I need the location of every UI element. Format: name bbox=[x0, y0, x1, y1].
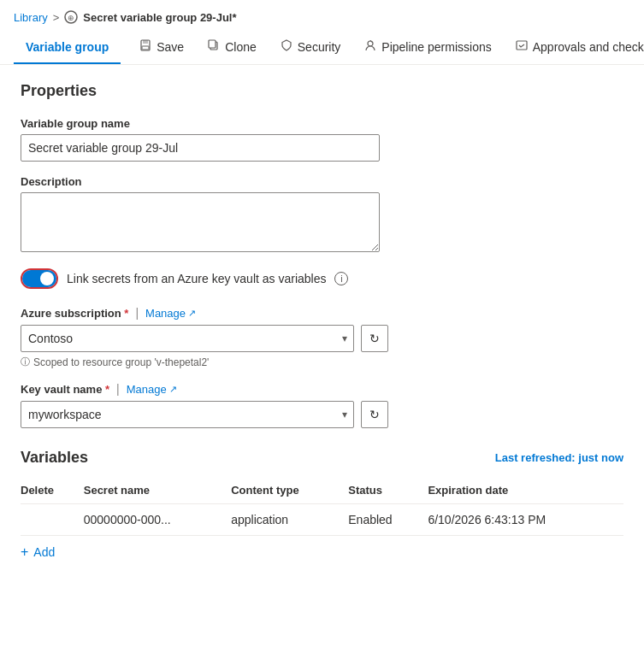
table-row: 00000000-000... application Enabled 6/10… bbox=[21, 504, 623, 536]
description-input[interactable] bbox=[21, 192, 380, 252]
key-vault-external-link-icon: ↗ bbox=[169, 384, 177, 395]
variables-title: Variables bbox=[21, 449, 88, 467]
svg-rect-3 bbox=[143, 40, 148, 44]
key-vault-label-row: Key vault name * | Manage ↗ bbox=[21, 382, 623, 396]
scoped-label: Scoped to resource group 'v-thepetal2' bbox=[33, 356, 209, 368]
tab-security[interactable]: Security bbox=[269, 31, 353, 64]
svg-text:⊕: ⊕ bbox=[68, 14, 74, 22]
key-vault-dropdown-wrapper: myworkspace ▾ bbox=[21, 401, 354, 428]
info-circle-icon: ⓘ bbox=[21, 356, 30, 368]
breadcrumb: Library > ⊕ Secret variable group 29-Jul… bbox=[0, 0, 644, 31]
tab-save-label: Save bbox=[157, 40, 184, 54]
col-content-type: Content type bbox=[231, 477, 348, 504]
tab-pipeline-permissions[interactable]: Pipeline permissions bbox=[352, 31, 503, 64]
col-delete: Delete bbox=[21, 477, 84, 504]
key-vault-manage-link[interactable]: Manage ↗ bbox=[127, 383, 177, 396]
col-secret-name: Secret name bbox=[84, 477, 231, 504]
tab-clone-label: Clone bbox=[225, 40, 257, 54]
label-divider: | bbox=[135, 306, 139, 320]
toggle-thumb bbox=[40, 272, 54, 285]
add-label: Add bbox=[33, 545, 55, 559]
tab-variable-group[interactable]: Variable group bbox=[14, 32, 121, 64]
tab-save[interactable]: Save bbox=[127, 31, 196, 64]
approvals-checks-icon bbox=[516, 39, 528, 54]
toggle-label: Link secrets from an Azure key vault as … bbox=[67, 272, 326, 285]
current-page-title: Secret variable group 29-Jul* bbox=[83, 11, 236, 24]
properties-section: Properties Variable group name Descripti… bbox=[21, 82, 623, 428]
key-vault-toggle[interactable] bbox=[21, 268, 58, 289]
azure-subscription-dropdown-wrapper: Contoso ▾ bbox=[21, 325, 354, 352]
variables-table-header: Delete Secret name Content type Status E… bbox=[21, 477, 623, 504]
row-expiration-date: 6/10/2026 6:43:13 PM bbox=[428, 504, 623, 536]
key-vault-section: Key vault name * | Manage ↗ myworkspace … bbox=[21, 382, 623, 428]
variables-header: Variables Last refreshed: just now bbox=[21, 449, 623, 467]
tab-approvals-checks[interactable]: Approvals and checks bbox=[504, 31, 644, 64]
security-icon bbox=[281, 39, 292, 54]
refresh-icon: ↻ bbox=[369, 332, 380, 345]
variables-section: Variables Last refreshed: just now Delet… bbox=[21, 449, 623, 568]
azure-subscription-select[interactable]: Contoso bbox=[21, 325, 354, 352]
key-vault-label: Key vault name * bbox=[21, 383, 109, 396]
pipeline-permissions-icon bbox=[364, 39, 376, 54]
key-vault-refresh-icon: ↻ bbox=[369, 408, 380, 421]
row-status: Enabled bbox=[348, 504, 428, 536]
svg-rect-4 bbox=[142, 46, 149, 50]
variables-table-header-row: Delete Secret name Content type Status E… bbox=[21, 477, 623, 504]
key-vault-manage-label: Manage bbox=[127, 383, 167, 396]
azure-subscription-refresh-button[interactable]: ↻ bbox=[361, 325, 388, 352]
add-plus-icon: + bbox=[21, 544, 28, 560]
azure-subscription-section: Azure subscription * | Manage ↗ Contoso … bbox=[21, 306, 623, 368]
variable-group-name-input[interactable] bbox=[21, 134, 380, 162]
description-field: Description bbox=[21, 175, 623, 255]
variable-group-icon: ⊕ bbox=[64, 10, 78, 24]
col-expiration-date: Expiration date bbox=[428, 477, 623, 504]
library-link[interactable]: Library bbox=[14, 11, 48, 24]
svg-rect-8 bbox=[517, 41, 527, 50]
key-vault-label-divider: | bbox=[116, 382, 120, 396]
clone-icon bbox=[208, 39, 220, 54]
manage-label: Manage bbox=[145, 307, 186, 320]
external-link-icon: ↗ bbox=[188, 308, 196, 319]
properties-title: Properties bbox=[21, 82, 623, 100]
toolbar: Variable group Save Clone Security Pipel… bbox=[0, 31, 644, 65]
row-content-type: application bbox=[231, 504, 348, 536]
variable-group-name-label: Variable group name bbox=[21, 117, 623, 130]
azure-subscription-dropdown-row: Contoso ▾ ↻ bbox=[21, 325, 623, 352]
variables-table-body: 00000000-000... application Enabled 6/10… bbox=[21, 504, 623, 536]
main-content: Properties Variable group name Descripti… bbox=[0, 65, 644, 585]
toggle-track bbox=[22, 270, 56, 287]
tab-security-label: Security bbox=[298, 40, 341, 54]
svg-rect-6 bbox=[209, 40, 216, 48]
svg-point-7 bbox=[368, 41, 373, 46]
last-refreshed: Last refreshed: just now bbox=[495, 451, 623, 464]
tab-approvals-checks-label: Approvals and checks bbox=[533, 40, 644, 54]
toggle-info-icon[interactable]: i bbox=[334, 272, 348, 285]
azure-subscription-label-row: Azure subscription * | Manage ↗ bbox=[21, 306, 623, 320]
save-icon bbox=[139, 39, 151, 54]
breadcrumb-separator: > bbox=[53, 11, 60, 24]
col-status: Status bbox=[348, 477, 428, 504]
variable-group-name-field: Variable group name bbox=[21, 117, 623, 162]
tab-variable-group-label: Variable group bbox=[26, 40, 109, 54]
azure-subscription-label: Azure subscription * bbox=[21, 307, 128, 320]
variables-table: Delete Secret name Content type Status E… bbox=[21, 477, 623, 536]
row-delete bbox=[21, 504, 84, 536]
description-label: Description bbox=[21, 175, 623, 188]
row-secret-name: 00000000-000... bbox=[84, 504, 231, 536]
key-vault-refresh-button[interactable]: ↻ bbox=[361, 401, 388, 428]
tab-clone[interactable]: Clone bbox=[196, 31, 269, 64]
key-vault-select[interactable]: myworkspace bbox=[21, 401, 354, 428]
tab-pipeline-permissions-label: Pipeline permissions bbox=[381, 40, 491, 54]
scoped-text: ⓘ Scoped to resource group 'v-thepetal2' bbox=[21, 356, 623, 368]
toggle-row: Link secrets from an Azure key vault as … bbox=[21, 268, 623, 289]
add-variable-button[interactable]: + Add bbox=[21, 536, 55, 568]
key-vault-dropdown-row: myworkspace ▾ ↻ bbox=[21, 401, 623, 428]
azure-subscription-manage-link[interactable]: Manage ↗ bbox=[145, 307, 196, 320]
